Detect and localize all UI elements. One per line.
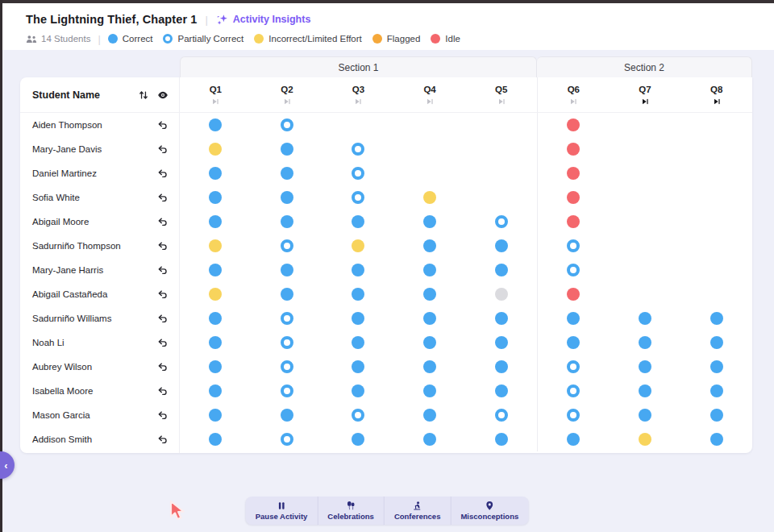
student-name[interactable]: Mary-Jane Davis (32, 144, 155, 154)
response-dot-partial[interactable] (567, 384, 580, 397)
response-dot-correct[interactable] (209, 360, 222, 373)
response-dot-idle[interactable] (567, 288, 580, 301)
skip-to-question-button[interactable] (281, 97, 293, 106)
response-dot-partial[interactable] (281, 239, 293, 252)
undo-responses-button[interactable] (155, 239, 169, 253)
celebrations-button[interactable]: Celebrations (317, 497, 384, 525)
undo-responses-button[interactable] (155, 142, 169, 156)
response-dot-correct[interactable] (352, 384, 364, 397)
student-name[interactable]: Mary-Jane Harris (32, 265, 155, 275)
student-name[interactable]: Daniel Martinez (32, 168, 155, 178)
student-name[interactable]: Sofia White (32, 193, 155, 202)
undo-responses-button[interactable] (155, 384, 169, 398)
conferences-button[interactable]: Conferences (384, 497, 451, 525)
collapse-panel-button[interactable]: ‹ (0, 451, 15, 479)
response-dot-correct[interactable] (710, 433, 723, 446)
response-dot-correct[interactable] (495, 239, 508, 252)
response-dot-partial[interactable] (352, 167, 364, 180)
undo-responses-button[interactable] (155, 118, 169, 132)
response-dot-correct[interactable] (281, 288, 293, 301)
response-dot-correct[interactable] (567, 336, 580, 349)
response-dot-correct[interactable] (352, 433, 364, 446)
response-dot-correct[interactable] (423, 215, 436, 228)
response-dot-correct[interactable] (352, 264, 364, 276)
response-dot-partial[interactable] (281, 336, 293, 349)
response-dot-correct[interactable] (352, 288, 364, 301)
response-dot-correct[interactable] (281, 215, 293, 228)
response-dot-correct[interactable] (423, 384, 436, 397)
student-name[interactable]: Abigail Castañeda (32, 289, 155, 299)
response-dot-correct[interactable] (423, 433, 436, 446)
response-dot-correct[interactable] (209, 118, 222, 131)
response-dot-idle[interactable] (567, 167, 580, 180)
response-dot-correct[interactable] (423, 360, 436, 373)
activity-insights-link[interactable]: Activity Insights (216, 14, 311, 26)
undo-responses-button[interactable] (155, 311, 169, 326)
response-dot-correct[interactable] (423, 312, 436, 325)
student-name[interactable]: Aiden Thompson (32, 120, 155, 130)
response-dot-partial[interactable] (567, 239, 580, 252)
undo-responses-button[interactable] (155, 263, 169, 277)
response-dot-correct[interactable] (352, 312, 364, 325)
student-name[interactable]: Noah Li (32, 338, 155, 347)
undo-responses-button[interactable] (155, 360, 169, 374)
response-dot-correct[interactable] (639, 409, 651, 422)
undo-responses-button[interactable] (155, 287, 169, 301)
undo-responses-button[interactable] (155, 432, 169, 447)
response-dot-incorrect[interactable] (423, 191, 436, 204)
student-name[interactable]: Addison Smith (32, 434, 155, 444)
response-dot-correct[interactable] (423, 409, 436, 422)
sort-students-button[interactable] (135, 87, 152, 103)
response-dot-correct[interactable] (209, 409, 222, 422)
skip-to-question-button[interactable] (496, 97, 507, 106)
response-dot-partial[interactable] (352, 143, 364, 156)
skip-to-question-button[interactable] (639, 97, 651, 106)
response-dot-correct[interactable] (209, 264, 222, 276)
response-dot-idle[interactable] (567, 191, 580, 204)
response-dot-partial[interactable] (352, 409, 364, 422)
undo-responses-button[interactable] (155, 166, 169, 181)
pause-activity-button[interactable]: Pause Activity (246, 497, 318, 525)
response-dot-correct[interactable] (352, 215, 364, 228)
response-dot-incorrect[interactable] (639, 433, 651, 446)
response-dot-correct[interactable] (710, 360, 723, 373)
response-dot-correct[interactable] (209, 312, 222, 325)
response-dot-correct[interactable] (495, 336, 508, 349)
response-dot-correct[interactable] (710, 409, 723, 422)
misconceptions-button[interactable]: Misconceptions (450, 497, 528, 525)
response-dot-incorrect[interactable] (209, 239, 222, 252)
response-dot-correct[interactable] (495, 360, 508, 373)
response-dot-partial[interactable] (281, 312, 293, 325)
response-dot-partial[interactable] (281, 118, 293, 131)
response-dot-correct[interactable] (209, 384, 222, 397)
response-dot-partial[interactable] (495, 409, 508, 422)
response-dot-partial[interactable] (567, 360, 580, 373)
response-dot-correct[interactable] (423, 288, 436, 301)
student-name[interactable]: Abigail Moore (32, 217, 155, 227)
response-dot-partial[interactable] (281, 433, 293, 446)
student-name[interactable]: Isabella Moore (32, 386, 155, 396)
response-dot-idle[interactable] (567, 143, 580, 156)
response-dot-incorrect[interactable] (209, 143, 222, 156)
response-dot-correct[interactable] (209, 167, 222, 180)
response-dot-partial[interactable] (567, 264, 580, 276)
response-dot-partial[interactable] (281, 384, 293, 397)
response-dot-partial[interactable] (495, 215, 508, 228)
response-dot-correct[interactable] (209, 215, 222, 228)
student-name[interactable]: Mason Garcia (32, 410, 155, 420)
skip-to-question-button[interactable] (711, 97, 722, 106)
response-dot-ungraded[interactable] (495, 288, 508, 301)
response-dot-correct[interactable] (639, 336, 651, 349)
response-dot-correct[interactable] (352, 336, 364, 349)
response-dot-correct[interactable] (423, 264, 436, 276)
response-dot-correct[interactable] (209, 336, 222, 349)
skip-to-question-button[interactable] (210, 97, 221, 106)
response-dot-partial[interactable] (567, 409, 580, 422)
response-dot-partial[interactable] (352, 191, 364, 204)
student-name[interactable]: Sadurniño Williams (32, 314, 155, 323)
response-dot-incorrect[interactable] (209, 288, 222, 301)
skip-to-question-button[interactable] (352, 97, 364, 106)
response-dot-correct[interactable] (423, 336, 436, 349)
undo-responses-button[interactable] (155, 408, 169, 422)
response-dot-correct[interactable] (281, 191, 293, 204)
